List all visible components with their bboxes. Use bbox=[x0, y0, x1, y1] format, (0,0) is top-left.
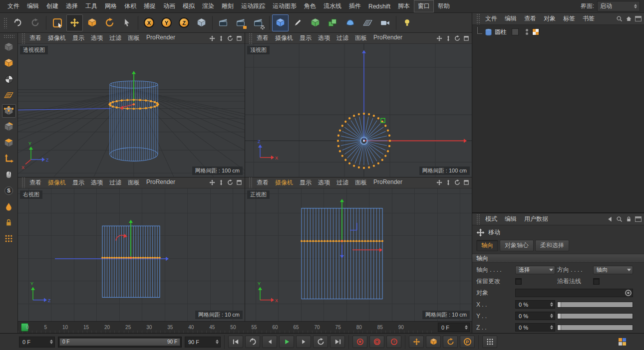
zoom-view-icon[interactable] bbox=[218, 179, 225, 186]
preview-range-bar[interactable]: 0 F 90 F bbox=[59, 338, 180, 346]
menu-render[interactable]: 渲染 bbox=[199, 0, 218, 12]
zoom-view-icon[interactable] bbox=[445, 179, 452, 186]
play-forwards-button[interactable] bbox=[279, 336, 294, 348]
camera-button[interactable] bbox=[377, 14, 393, 31]
keying-parameter-toggle[interactable]: P bbox=[460, 336, 475, 348]
pan-view-icon[interactable] bbox=[209, 179, 216, 186]
go-to-previous-key-button[interactable] bbox=[245, 336, 260, 348]
go-to-previous-frame-button[interactable] bbox=[262, 336, 277, 348]
history-back-icon[interactable] bbox=[607, 216, 613, 222]
go-to-next-frame-button[interactable] bbox=[296, 336, 311, 348]
keying-scale-toggle[interactable] bbox=[426, 336, 441, 348]
z-stepper[interactable] bbox=[550, 325, 553, 330]
rotate-view-icon[interactable] bbox=[454, 179, 461, 186]
z-slider-handle[interactable] bbox=[558, 325, 561, 330]
model-mode-button[interactable] bbox=[2, 56, 16, 70]
viewport-menu-item[interactable]: 显示 bbox=[69, 177, 87, 188]
light-button[interactable] bbox=[399, 14, 415, 31]
viewport-menu-item[interactable]: 查看 bbox=[254, 33, 272, 43]
floor-button[interactable] bbox=[359, 14, 376, 31]
am-menu-mode[interactable]: 模式 bbox=[482, 214, 501, 224]
z-value-field[interactable]: 0 % bbox=[515, 323, 555, 332]
coordinate-system-button[interactable] bbox=[193, 14, 210, 31]
polygons-mode-button[interactable] bbox=[2, 136, 16, 150]
toolbar-grip[interactable] bbox=[3, 17, 7, 28]
menu-file[interactable]: 文件 bbox=[4, 0, 23, 12]
object-state-icon[interactable] bbox=[512, 28, 519, 35]
panel-grip[interactable] bbox=[476, 13, 480, 24]
zoom-view-icon[interactable] bbox=[445, 35, 452, 42]
render-view-button[interactable] bbox=[215, 14, 232, 31]
y-slider[interactable] bbox=[557, 313, 633, 319]
menu-redshift[interactable]: Redshift bbox=[365, 1, 394, 11]
object-name[interactable]: 圆柱 bbox=[495, 28, 507, 36]
menu-mesh[interactable]: 网格 bbox=[101, 0, 120, 12]
home-icon[interactable] bbox=[626, 15, 632, 22]
x-slider-handle[interactable] bbox=[558, 302, 561, 307]
pan-view-icon[interactable] bbox=[209, 35, 216, 42]
viewport-menu-item[interactable]: 显示 bbox=[297, 177, 315, 188]
panel-grip[interactable] bbox=[21, 177, 25, 188]
redo-button[interactable] bbox=[27, 14, 43, 31]
tab-axis[interactable]: 轴向 bbox=[476, 240, 498, 251]
viewport-menu-item[interactable]: 选项 bbox=[88, 33, 106, 43]
lock-x-axis-button[interactable]: X bbox=[141, 14, 157, 31]
viewport-menu-item[interactable]: 摄像机 bbox=[272, 33, 296, 43]
enable-snap-button[interactable]: S bbox=[2, 184, 16, 197]
object-row[interactable]: 圆柱 bbox=[473, 27, 643, 37]
om-menu-bookmarks[interactable]: 书签 bbox=[579, 13, 598, 24]
menu-select[interactable]: 选择 bbox=[62, 0, 81, 12]
viewport-canvas-perspective[interactable]: YZX 透视视图 网格间距 : 100 cm bbox=[18, 44, 245, 177]
menu-help[interactable]: 帮助 bbox=[434, 0, 453, 12]
lock-y-axis-button[interactable]: Y bbox=[158, 14, 175, 31]
record-active-objects-button[interactable] bbox=[352, 336, 367, 348]
rotate-view-icon[interactable] bbox=[454, 35, 461, 42]
viewport-menu-item[interactable]: 过滤 bbox=[333, 33, 351, 43]
viewport-menu-item[interactable]: ProRender bbox=[370, 177, 405, 188]
workplane-mode-button[interactable] bbox=[2, 88, 16, 102]
pan-view-icon[interactable] bbox=[436, 179, 443, 186]
lock-workplane-button[interactable] bbox=[2, 216, 16, 229]
am-menu-edit[interactable]: 编辑 bbox=[501, 214, 520, 224]
panel-tab-icon[interactable] bbox=[635, 16, 642, 21]
viewport-menu-item[interactable]: 面板 bbox=[125, 33, 143, 43]
menu-motion-tracker[interactable]: 运动跟踪 bbox=[238, 0, 269, 12]
end-frame-spinner[interactable]: 90 F bbox=[185, 337, 221, 348]
pick-object-icon[interactable] bbox=[625, 290, 632, 296]
search-icon[interactable] bbox=[616, 15, 623, 22]
viewport-menu-item[interactable]: ProRender bbox=[143, 33, 178, 43]
viewport-menu-item[interactable]: 摄像机 bbox=[272, 177, 296, 188]
phong-tag-icon[interactable] bbox=[532, 28, 539, 35]
menu-simulate[interactable]: 模拟 bbox=[179, 0, 198, 12]
menu-snap[interactable]: 捕捉 bbox=[140, 0, 159, 12]
panel-grip[interactable] bbox=[249, 33, 252, 44]
z-slider[interactable] bbox=[557, 325, 633, 331]
menu-tools[interactable]: 工具 bbox=[82, 0, 101, 12]
om-menu-edit[interactable]: 编辑 bbox=[501, 13, 520, 24]
am-menu-userdata[interactable]: 用户数据 bbox=[521, 214, 552, 224]
primitive-cube-button[interactable] bbox=[272, 14, 289, 31]
viewport-menu-item[interactable]: 显示 bbox=[297, 33, 315, 43]
viewport-menu-item[interactable]: 显示 bbox=[69, 33, 87, 43]
viewport-canvas-right[interactable]: YZ 右视图 网格间距 : 10 cm bbox=[18, 188, 245, 322]
viewport-menu-item[interactable]: 面板 bbox=[352, 177, 370, 188]
tab-soft-selection[interactable]: 柔和选择 bbox=[535, 240, 569, 251]
om-menu-view[interactable]: 查看 bbox=[521, 13, 540, 24]
mode-toolbar-grip[interactable] bbox=[3, 34, 14, 38]
viewport-menu-item[interactable]: 过滤 bbox=[333, 177, 351, 188]
menu-script[interactable]: 脚本 bbox=[394, 0, 413, 12]
menu-character[interactable]: 角色 bbox=[301, 0, 320, 12]
move-tool-button[interactable] bbox=[66, 14, 83, 31]
viewport-menu-item[interactable]: 选项 bbox=[315, 33, 333, 43]
y-stepper[interactable] bbox=[550, 314, 553, 318]
menu-volume[interactable]: 体积 bbox=[121, 0, 140, 12]
rotate-tool-button[interactable] bbox=[101, 14, 118, 31]
viewport-menu-item[interactable]: ProRender bbox=[143, 177, 178, 188]
spline-pen-button[interactable] bbox=[290, 14, 306, 31]
timeline-frame-field[interactable]: 0 F bbox=[438, 323, 470, 332]
viewport-menu-item[interactable]: 选项 bbox=[315, 177, 333, 188]
snap-settings-button[interactable] bbox=[2, 232, 16, 245]
tiles-button[interactable] bbox=[619, 338, 626, 346]
menu-window[interactable]: 窗口 bbox=[414, 0, 434, 12]
object-link-field[interactable] bbox=[515, 289, 633, 297]
